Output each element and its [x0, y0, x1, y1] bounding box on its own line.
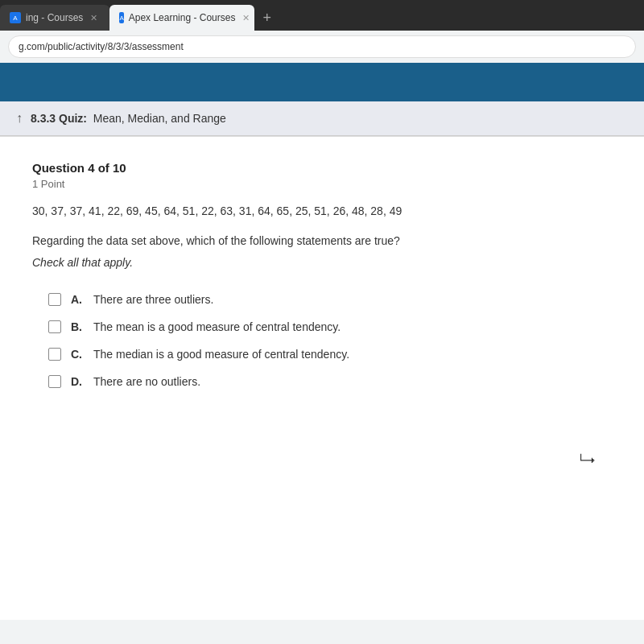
quiz-section-label: 8.3.3 Quiz:: [31, 112, 87, 125]
checkbox-a[interactable]: [48, 293, 61, 306]
question-number: Question 4 of 10: [32, 161, 612, 175]
question-points: 1 Point: [32, 178, 612, 190]
url-text: g.com/public/activity/8/3/3/assessment: [19, 41, 184, 52]
quiz-body: Question 4 of 10 1 Point 30, 37, 37, 41,…: [0, 137, 644, 620]
answer-text-a: There are three outliers.: [93, 293, 213, 306]
answer-item-c[interactable]: C. The median is a good measure of centr…: [48, 348, 612, 361]
tab-bar: A ing - Courses ✕ A Apex Learning - Cour…: [0, 0, 644, 31]
tab-favicon-2: A: [119, 12, 123, 23]
answer-item-d[interactable]: D. There are no outliers.: [48, 375, 612, 388]
question-text: Regarding the data set above, which of t…: [32, 233, 612, 250]
quiz-title: 8.3.3 Quiz: Mean, Median, and Range: [31, 112, 226, 125]
tab-label-2: Apex Learning - Courses: [129, 12, 236, 23]
answer-letter-b: B.: [71, 320, 82, 333]
answer-text-b: The mean is a good measure of central te…: [93, 320, 341, 333]
answer-list: A. There are three outliers. B. The mean…: [48, 293, 612, 388]
data-set: 30, 37, 37, 41, 22, 69, 45, 64, 51, 22, …: [32, 203, 612, 220]
quiz-icon: ↑: [16, 111, 23, 126]
checkbox-c[interactable]: [48, 348, 61, 361]
browser-window: A ing - Courses ✕ A Apex Learning - Cour…: [0, 0, 644, 644]
new-tab-button[interactable]: +: [254, 5, 279, 31]
answer-letter-a: A.: [71, 293, 82, 306]
quiz-header: ↑ 8.3.3 Quiz: Mean, Median, and Range: [0, 101, 644, 136]
answer-letter-d: D.: [71, 375, 82, 388]
address-bar-row: g.com/public/activity/8/3/3/assessment: [0, 31, 644, 63]
answer-letter-c: C.: [71, 348, 82, 361]
tab-label-1: ing - Courses: [26, 12, 83, 23]
tab-close-1[interactable]: ✕: [88, 12, 100, 24]
checkbox-b[interactable]: [48, 320, 61, 333]
tab-inactive[interactable]: A ing - Courses ✕: [0, 5, 109, 31]
answer-item-a[interactable]: A. There are three outliers.: [48, 293, 612, 306]
address-bar[interactable]: g.com/public/activity/8/3/3/assessment: [8, 35, 636, 58]
checkbox-d[interactable]: [48, 375, 61, 388]
tab-active[interactable]: A Apex Learning - Courses ✕: [109, 5, 254, 31]
tab-close-2[interactable]: ✕: [240, 12, 252, 24]
content-area: ↑ 8.3.3 Quiz: Mean, Median, and Range Qu…: [0, 101, 644, 644]
cursor-icon: ⮡: [580, 452, 596, 471]
quiz-section-title: Mean, Median, and Range: [93, 112, 226, 125]
tab-favicon-1: A: [10, 12, 21, 23]
site-header-bar: [0, 63, 644, 101]
answer-text-d: There are no outliers.: [93, 375, 200, 388]
answer-item-b[interactable]: B. The mean is a good measure of central…: [48, 320, 612, 333]
answer-text-c: The median is a good measure of central …: [93, 348, 349, 361]
question-subtext: Check all that apply.: [32, 256, 612, 269]
